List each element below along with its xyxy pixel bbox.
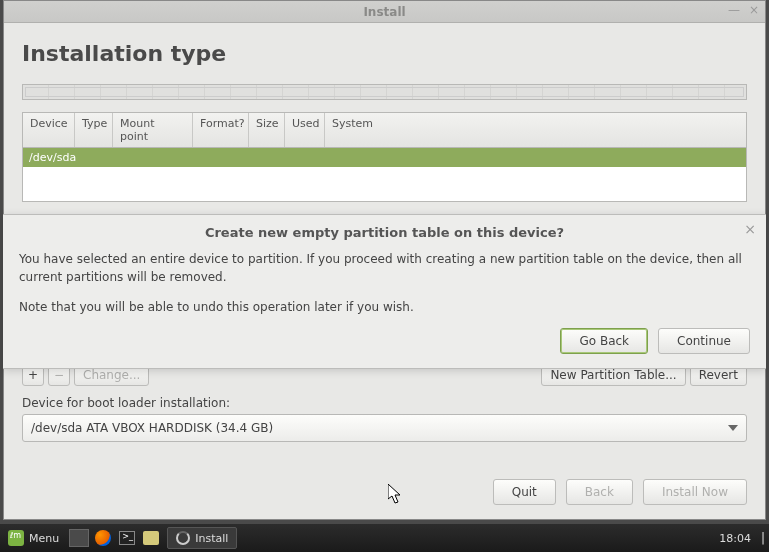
col-format[interactable]: Format? bbox=[193, 113, 249, 147]
clock[interactable]: 18:04 bbox=[719, 532, 757, 545]
bootloader-device-select[interactable]: /dev/sda ATA VBOX HARDDISK (34.4 GB) bbox=[22, 414, 747, 442]
row-device: /dev/sda bbox=[29, 151, 76, 164]
task-install[interactable]: Install bbox=[167, 527, 237, 549]
titlebar-controls: — × bbox=[727, 3, 761, 17]
confirm-dialog: × Create new empty partition table on th… bbox=[3, 214, 766, 369]
menu-button[interactable]: Menu bbox=[0, 524, 67, 552]
mint-logo-icon bbox=[8, 530, 24, 546]
tray-divider: | bbox=[759, 528, 767, 548]
install-now-button[interactable]: Install Now bbox=[643, 479, 747, 505]
taskbar: Menu Install 18:04 | bbox=[0, 524, 769, 552]
bootloader-selected: /dev/sda ATA VBOX HARDDISK (34.4 GB) bbox=[31, 421, 273, 435]
menu-label: Menu bbox=[29, 532, 59, 545]
minimize-icon[interactable]: — bbox=[727, 3, 741, 17]
col-mount[interactable]: Mount point bbox=[113, 113, 193, 147]
col-system[interactable]: System bbox=[325, 113, 746, 147]
window-title: Install bbox=[363, 5, 405, 19]
back-button[interactable]: Back bbox=[566, 479, 633, 505]
footer-buttons: Quit Back Install Now bbox=[493, 479, 747, 505]
col-size[interactable]: Size bbox=[249, 113, 285, 147]
col-type[interactable]: Type bbox=[75, 113, 113, 147]
dialog-text-1: You have selected an entire device to pa… bbox=[19, 250, 750, 286]
dialog-text-2: Note that you will be able to undo this … bbox=[19, 298, 750, 316]
installer-disc-icon bbox=[176, 531, 190, 545]
page-title: Installation type bbox=[22, 41, 747, 66]
titlebar: Install — × bbox=[4, 1, 765, 23]
partition-table: Device Type Mount point Format? Size Use… bbox=[22, 112, 747, 202]
close-icon[interactable]: × bbox=[747, 3, 761, 17]
table-empty-area bbox=[23, 167, 746, 201]
disk-usage-bar bbox=[22, 84, 747, 100]
dialog-title: Create new empty partition table on this… bbox=[19, 225, 750, 240]
show-desktop-icon[interactable] bbox=[69, 528, 89, 548]
chevron-down-icon bbox=[728, 425, 738, 431]
terminal-icon[interactable] bbox=[117, 528, 137, 548]
quit-button[interactable]: Quit bbox=[493, 479, 556, 505]
continue-button[interactable]: Continue bbox=[658, 328, 750, 354]
firefox-icon[interactable] bbox=[93, 528, 113, 548]
files-icon[interactable] bbox=[141, 528, 161, 548]
go-back-button[interactable]: Go Back bbox=[560, 328, 648, 354]
table-row[interactable]: /dev/sda bbox=[23, 148, 746, 167]
dialog-body: You have selected an entire device to pa… bbox=[19, 250, 750, 316]
table-header: Device Type Mount point Format? Size Use… bbox=[23, 113, 746, 148]
col-used[interactable]: Used bbox=[285, 113, 325, 147]
task-label: Install bbox=[195, 532, 228, 545]
dialog-buttons: Go Back Continue bbox=[19, 328, 750, 354]
col-device[interactable]: Device bbox=[23, 113, 75, 147]
bootloader-label: Device for boot loader installation: bbox=[22, 396, 747, 410]
dialog-close-icon[interactable]: × bbox=[744, 221, 756, 237]
